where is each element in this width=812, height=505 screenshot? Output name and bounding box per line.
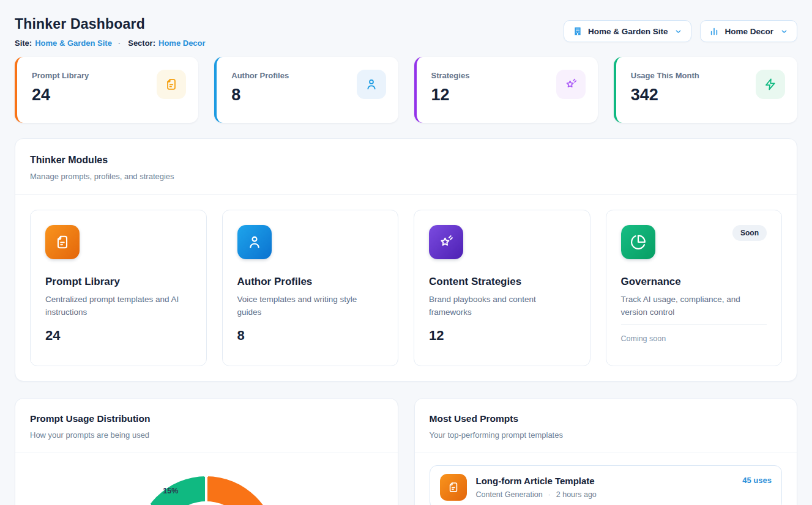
prompt-item-title: Long-form Article Template	[476, 476, 597, 486]
prompt-item-text: Long-form Article Template Content Gener…	[476, 476, 597, 499]
module-count: 24	[45, 328, 60, 344]
dashboard-page: Thinker Dashboard Site: Home & Garden Si…	[0, 0, 812, 505]
prompts-card-title: Most Used Prompts	[430, 413, 783, 424]
soon-badge: Soon	[732, 225, 767, 241]
header-actions: Home & Garden Site Home Decor	[564, 20, 797, 42]
donut-chart: 15%	[136, 476, 277, 505]
module-title: Author Profiles	[237, 276, 384, 288]
chevron-down-icon	[674, 28, 682, 35]
module-description: Centralized prompt templates and AI inst…	[45, 293, 192, 319]
module-title: Prompt Library	[45, 276, 192, 288]
page-title: Thinker Dashboard	[15, 16, 206, 32]
stat-card-usage: Usage This Month 342	[614, 57, 797, 123]
document-icon	[45, 225, 80, 259]
prompt-item-category: Content Generation	[476, 490, 543, 499]
user-icon	[357, 70, 386, 99]
module-description: Track AI usage, compliance, and version …	[621, 293, 767, 319]
sector-label: Sector:	[128, 39, 155, 48]
module-card-prompt-library[interactable]: Prompt Library Centralized prompt templa…	[30, 210, 207, 366]
chevron-down-icon	[780, 28, 788, 35]
header: Thinker Dashboard Site: Home & Garden Si…	[15, 16, 797, 48]
modules-panel: Thinker Modules Manage prompts, profiles…	[15, 138, 797, 382]
module-count: 12	[429, 328, 444, 344]
site-selector-dropdown[interactable]: Home & Garden Site	[564, 20, 692, 42]
usage-distribution-card: Prompt Usage Distribution How your promp…	[15, 398, 398, 505]
usage-card-subtitle: How your prompts are being used	[30, 430, 383, 440]
document-icon	[440, 474, 467, 501]
bar-chart-icon	[709, 26, 719, 36]
site-label: Site:	[15, 39, 32, 48]
stat-card-author-profiles: Author Profiles 8	[214, 57, 398, 123]
modules-panel-header: Thinker Modules Manage prompts, profiles…	[15, 139, 797, 194]
sector-selector-label: Home Decor	[724, 27, 773, 36]
most-used-prompts-card: Most Used Prompts Your top-performing pr…	[414, 398, 798, 505]
module-count: 8	[237, 328, 245, 344]
sector-link[interactable]: Home Decor	[158, 39, 206, 48]
modules-panel-title: Thinker Modules	[30, 155, 782, 166]
user-icon	[237, 225, 272, 259]
coming-soon-text: Coming soon	[621, 334, 767, 343]
stat-card-prompt-library: Prompt Library 24	[15, 57, 198, 123]
module-description: Brand playbooks and content frameworks	[429, 293, 575, 319]
sector-selector-dropdown[interactable]: Home Decor	[700, 20, 797, 42]
separator-dot: ·	[548, 490, 551, 499]
bottom-row: Prompt Usage Distribution How your promp…	[15, 398, 797, 505]
stat-card-strategies: Strategies 12	[414, 57, 598, 123]
document-icon	[157, 70, 186, 99]
star-sparkle-icon	[556, 70, 586, 99]
module-card-governance[interactable]: Soon Governance Track AI usage, complian…	[606, 210, 783, 366]
separator-dot: ·	[118, 39, 121, 48]
site-selector-label: Home & Garden Site	[588, 27, 668, 36]
module-title: Governance	[621, 276, 767, 288]
prompt-list: Long-form Article Template Content Gener…	[415, 452, 797, 505]
governance-divider	[621, 324, 767, 325]
prompt-list-item[interactable]: Long-form Article Template Content Gener…	[430, 465, 783, 505]
star-sparkle-icon	[429, 225, 463, 259]
prompt-item-time: 2 hours ago	[556, 490, 597, 499]
site-link[interactable]: Home & Garden Site	[35, 39, 112, 48]
module-footer: Coming soon	[621, 324, 767, 343]
building-icon	[573, 26, 583, 36]
modules-grid: Prompt Library Centralized prompt templa…	[15, 195, 797, 381]
prompt-item-uses: 45 uses	[742, 476, 772, 485]
module-card-author-profiles[interactable]: Author Profiles Voice templates and writ…	[222, 210, 399, 366]
module-title: Content Strategies	[429, 276, 575, 288]
header-titles: Thinker Dashboard Site: Home & Garden Si…	[15, 16, 206, 48]
prompts-card-header: Most Used Prompts Your top-performing pr…	[415, 399, 797, 452]
breadcrumb: Site: Home & Garden Site · Sector: Home …	[15, 39, 206, 48]
usage-card-header: Prompt Usage Distribution How your promp…	[15, 399, 398, 452]
donut-segment-label: 15%	[163, 487, 178, 495]
modules-panel-subtitle: Manage prompts, profiles, and strategies	[30, 172, 782, 181]
usage-card-title: Prompt Usage Distribution	[30, 413, 383, 424]
module-card-content-strategies[interactable]: Content Strategies Brand playbooks and c…	[414, 210, 590, 366]
donut-chart-area: 15%	[15, 452, 398, 505]
stats-row: Prompt Library 24 Author Profiles 8 Stra…	[15, 57, 797, 123]
lightning-icon	[756, 70, 785, 99]
pie-chart-icon	[621, 225, 655, 259]
module-description: Voice templates and writing style guides	[237, 293, 384, 319]
prompt-item-meta: Content Generation · 2 hours ago	[476, 490, 597, 499]
prompts-card-subtitle: Your top-performing prompt templates	[430, 430, 783, 440]
